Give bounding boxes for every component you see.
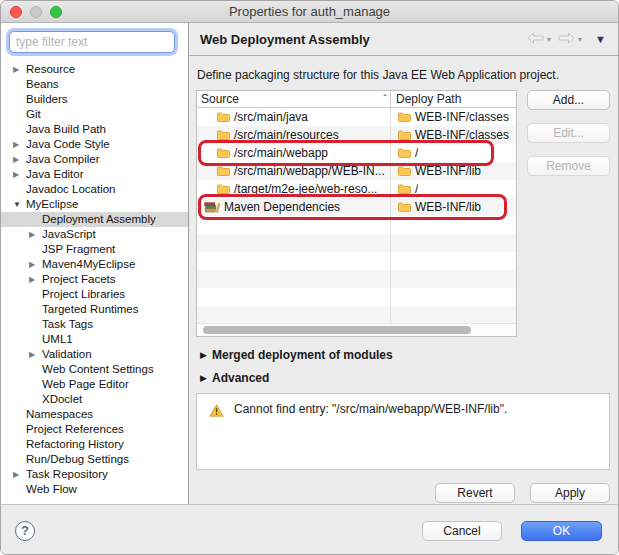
sidebar-item-targeted-runtimes[interactable]: Targeted Runtimes — [1, 302, 188, 317]
sidebar-item-beans[interactable]: Beans — [1, 77, 188, 92]
chevron-right-icon[interactable]: ▶ — [198, 373, 212, 383]
sidebar-item-refactoring-history[interactable]: Refactoring History — [1, 437, 188, 452]
sidebar-item-builders[interactable]: Builders — [1, 92, 188, 107]
sidebar-item-run-debug-settings[interactable]: Run/Debug Settings — [1, 452, 188, 467]
help-button[interactable]: ? — [15, 521, 35, 541]
sidebar-item-javadoc-location[interactable]: Javadoc Location — [1, 182, 188, 197]
sidebar-item-project-facets[interactable]: ▶Project Facets — [1, 272, 188, 287]
chevron-right-icon[interactable]: ▶ — [29, 272, 42, 287]
sidebar-item-web-flow[interactable]: Web Flow — [1, 482, 188, 497]
sidebar-item-namespaces[interactable]: Namespaces — [1, 407, 188, 422]
source-cell: /src/main/java — [197, 108, 391, 126]
view-menu-icon[interactable]: ▼ — [595, 33, 606, 45]
warning-message: Cannot find entry: "/src/main/webapp/WEB… — [234, 402, 507, 416]
chevron-right-icon[interactable]: ▶ — [198, 350, 212, 360]
dialog-footer: ? Cancel OK — [1, 504, 618, 555]
deploy-path-cell — [391, 270, 398, 288]
add-button[interactable]: Add... — [527, 90, 610, 110]
sidebar-item-javascript[interactable]: ▶JavaScript — [1, 227, 188, 242]
nav-toolbar: ▾ ▾ ▼ — [527, 30, 606, 48]
sidebar-item-maven4myeclipse[interactable]: ▶Maven4MyEclipse — [1, 257, 188, 272]
column-header-source[interactable]: Source ˆ — [197, 91, 391, 107]
folder-icon — [217, 148, 230, 158]
sidebar-item-java-compiler[interactable]: ▶Java Compiler — [1, 152, 188, 167]
source-cell — [197, 216, 391, 234]
table-row[interactable]: /target/m2e-jee/web-reso.../ — [197, 180, 516, 198]
table-row[interactable]: /src/main/webapp/WEB-IN...WEB-INF/lib — [197, 162, 516, 180]
folder-icon — [217, 184, 230, 194]
revert-button[interactable]: Revert — [435, 483, 515, 503]
folder-icon — [217, 112, 230, 122]
horizontal-scrollbar[interactable] — [197, 323, 516, 336]
chevron-right-icon[interactable]: ▶ — [29, 347, 42, 362]
scrollbar-thumb[interactable] — [203, 326, 471, 334]
sidebar-item-web-page-editor[interactable]: Web Page Editor — [1, 377, 188, 392]
chevron-right-icon[interactable]: ▶ — [13, 467, 26, 482]
deploy-path-cell — [391, 288, 398, 306]
section-advanced[interactable]: ▶Advanced — [198, 370, 610, 386]
chevron-right-icon[interactable]: ▶ — [13, 62, 26, 77]
table-row[interactable]: /src/main/javaWEB-INF/classes — [197, 108, 516, 126]
source-cell — [197, 288, 391, 306]
deploy-path-cell: WEB-INF/lib — [391, 162, 481, 180]
chevron-right-icon[interactable]: ▶ — [29, 257, 42, 272]
forward-dropdown-icon[interactable]: ▾ — [578, 35, 582, 44]
sidebar-item-label: XDoclet — [42, 392, 82, 407]
table-row[interactable]: /src/main/webapp/ — [197, 144, 516, 162]
back-dropdown-icon[interactable]: ▾ — [547, 35, 551, 44]
table-row-empty — [197, 306, 516, 324]
sidebar-item-task-repository[interactable]: ▶Task Repository — [1, 467, 188, 482]
sidebar-item-git[interactable]: Git — [1, 107, 188, 122]
sidebar-item-jsp-fragment[interactable]: JSP Fragment — [1, 242, 188, 257]
chevron-right-icon[interactable]: ▶ — [13, 137, 26, 152]
ok-button[interactable]: OK — [521, 521, 602, 541]
sidebar-item-project-libraries[interactable]: Project Libraries — [1, 287, 188, 302]
sidebar-item-web-content-settings[interactable]: Web Content Settings — [1, 362, 188, 377]
forward-icon[interactable] — [558, 30, 575, 48]
sidebar-item-java-editor[interactable]: ▶Java Editor — [1, 167, 188, 182]
table-row-empty — [197, 216, 516, 234]
sidebar-item-java-code-style[interactable]: ▶Java Code Style — [1, 137, 188, 152]
sidebar-item-label: Java Build Path — [26, 122, 106, 137]
table-row-empty — [197, 252, 516, 270]
sidebar-item-myeclipse[interactable]: ▼MyEclipse — [1, 197, 188, 212]
title-bar[interactable]: Properties for auth_manage — [1, 1, 618, 23]
sidebar-item-uml1[interactable]: UML1 — [1, 332, 188, 347]
source-path: /target/m2e-jee/web-reso... — [234, 182, 377, 196]
sidebar-item-resource[interactable]: ▶Resource — [1, 62, 188, 77]
sidebar-item-project-references[interactable]: Project References — [1, 422, 188, 437]
sidebar-item-deployment-assembly[interactable]: Deployment Assembly — [1, 212, 188, 227]
window-title: Properties for auth_manage — [1, 4, 618, 19]
chevron-down-icon[interactable]: ▼ — [13, 197, 26, 212]
sidebar-item-label: Task Repository — [26, 467, 108, 482]
sidebar-item-java-build-path[interactable]: Java Build Path — [1, 122, 188, 137]
folder-icon — [398, 202, 411, 212]
properties-dialog: Properties for auth_manage ▶ResourceBean… — [0, 0, 619, 555]
back-icon[interactable] — [527, 30, 544, 48]
table-row[interactable]: Maven DependenciesWEB-INF/lib — [197, 198, 516, 216]
table-rows: /src/main/javaWEB-INF/classes/src/main/r… — [197, 108, 516, 324]
sidebar-item-task-tags[interactable]: Task Tags — [1, 317, 188, 332]
deploy-path-cell — [391, 216, 398, 234]
folder-icon — [217, 130, 230, 140]
table-buttons: Add...Edit...Remove — [527, 90, 610, 337]
deploy-path-cell: / — [391, 144, 418, 162]
sidebar-item-xdoclet[interactable]: XDoclet — [1, 392, 188, 407]
apply-button[interactable]: Apply — [530, 483, 610, 503]
chevron-right-icon[interactable]: ▶ — [29, 227, 42, 242]
folder-icon — [398, 148, 411, 158]
column-header-deploy-path[interactable]: Deploy Path — [391, 92, 461, 106]
cancel-button[interactable]: Cancel — [422, 521, 502, 541]
section-merged-deployment-of-modules[interactable]: ▶Merged deployment of modules — [198, 347, 610, 363]
source-path: /src/main/java — [234, 110, 308, 124]
page-title: Web Deployment Assembly — [200, 32, 527, 47]
sidebar-item-validation[interactable]: ▶Validation — [1, 347, 188, 362]
filter-input[interactable] — [9, 31, 175, 53]
chevron-right-icon[interactable]: ▶ — [13, 167, 26, 182]
table-row[interactable]: /src/main/resourcesWEB-INF/classes — [197, 126, 516, 144]
section-label: Merged deployment of modules — [212, 348, 393, 362]
chevron-right-icon[interactable]: ▶ — [13, 152, 26, 167]
deploy-path: / — [415, 182, 418, 196]
deployment-assembly-page: Define packaging structure for this Java… — [189, 56, 618, 504]
page-header: Web Deployment Assembly ▾ ▾ ▼ — [189, 23, 618, 56]
